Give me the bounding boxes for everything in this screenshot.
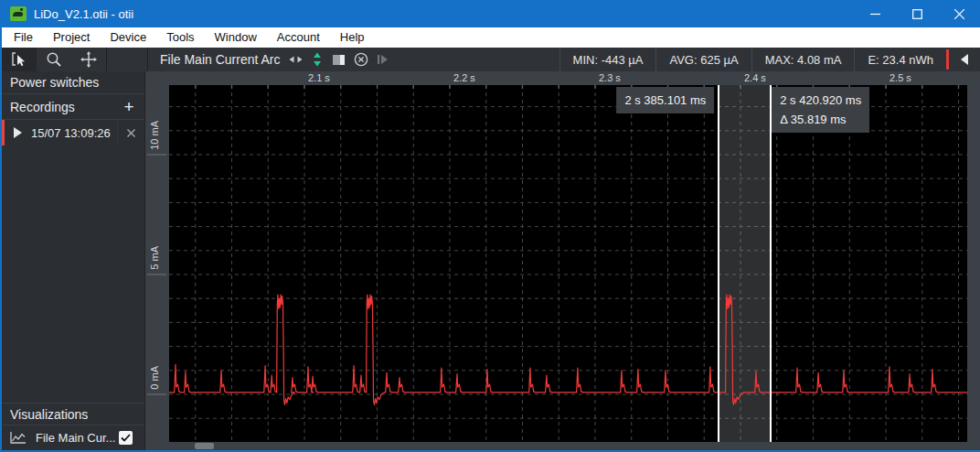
stat-min: MIN: -443 µA [559,48,656,71]
step-playback-icon[interactable] [377,53,389,66]
chart-view-controls [289,48,398,71]
split-view-icon[interactable] [332,54,346,66]
x-axis-tick-label: 2.5 s [889,72,911,83]
recording-color-accent [2,120,5,145]
toolbar: File Main Current Arc MIN: -443 µAAVG: [2,48,980,71]
plot-canvas[interactable] [169,85,967,442]
x-axis-tick-label: 2.3 s [599,72,621,83]
remove-view-icon[interactable] [354,52,368,67]
title-bar: LiDo_V2.1.otii - otii [2,0,980,27]
close-icon [127,129,135,137]
stat-energy: E: 23.4 nWh [854,48,946,71]
menu-item-device[interactable]: Device [100,27,156,48]
collapse-panel-button[interactable] [949,48,980,71]
pan-tool-button[interactable] [71,48,106,71]
x-axis-tick-label: 2.1 s [308,72,330,83]
cursor-delta: Δ 35.819 ms [780,110,861,129]
check-icon [121,434,131,442]
cursor-time: 2 s 420.920 ms [780,91,861,110]
visualization-item[interactable]: File Main Cur... [2,425,144,450]
recordings-header: Recordings + [2,94,144,120]
stat-avg: AVG: 625 µA [655,48,751,71]
y-axis-tick-label: 10 mA [149,121,160,150]
y-axis-tick [147,274,166,275]
x-axis-tick-label: 2.4 s [744,72,766,83]
menu-item-file[interactable]: File [4,27,43,48]
x-axis-tick-label: 2.2 s [453,72,475,83]
cursor-label-1: 2 s 385.101 ms [616,87,714,113]
current-waveform [169,295,967,405]
stats-container: MIN: -443 µAAVG: 625 µAMAX: 4.08 mAE: 23… [559,48,946,71]
visualization-label: File Main Cur... [27,431,119,445]
scrollbar-thumb[interactable] [195,443,214,449]
cursor-label-2: 2 s 420.920 msΔ 35.819 ms [772,87,869,133]
measurement-cursor-2[interactable] [770,85,772,442]
chart-area[interactable]: 2.1 s2.2 s2.3 s2.4 s2.5 s0 mA5 mA10 mA2 … [145,71,980,450]
visualizations-header[interactable]: Visualizations [2,403,144,425]
y-axis-tick [147,154,166,156]
recording-timestamp: 15/07 13:09:26 [22,126,117,140]
horizontal-scrollbar[interactable] [145,442,980,450]
visualization-checkbox[interactable] [119,431,133,445]
menu-bar: FileProjectDeviceToolsWindowAccountHelp [2,27,980,48]
stat-max: MAX: 4.08 mA [751,48,855,71]
menu-item-window[interactable]: Window [205,27,267,48]
maximize-button[interactable] [896,0,938,27]
minimize-button[interactable] [854,0,896,27]
fit-horizontal-icon[interactable] [289,53,303,66]
menu-item-tools[interactable]: Tools [156,27,204,48]
app-logo-icon [10,6,27,21]
fit-vertical-icon[interactable] [311,52,324,67]
window-title: LiDo_V2.1.otii - otii [34,7,854,21]
sidebar-empty-space [2,145,144,403]
recordings-label[interactable]: Recordings [2,100,113,114]
line-chart-icon [9,431,27,445]
app-window: LiDo_V2.1.otii - otii FileProjectDeviceT… [0,0,980,452]
toolbar-spacer [398,48,559,71]
menu-item-help[interactable]: Help [330,27,375,48]
y-axis-tick-label: 0 mA [149,366,160,390]
add-recording-button[interactable]: + [113,94,144,120]
close-button[interactable] [938,0,980,27]
cursor-time: 2 s 385.101 ms [624,91,706,110]
toolbar-gap [107,48,147,71]
remove-recording-button[interactable] [117,120,144,145]
menu-item-account[interactable]: Account [267,27,330,48]
select-tool-button[interactable] [2,48,37,71]
play-recording-icon[interactable] [14,127,22,138]
y-axis-tick [147,393,166,395]
power-switches-header[interactable]: Power switches [2,71,144,94]
zoom-tool-button[interactable] [37,48,71,71]
y-axis-tick-label: 5 mA [149,246,160,270]
menu-item-project[interactable]: Project [43,27,100,48]
recording-item[interactable]: 15/07 13:09:26 [2,120,144,145]
chart-view-title: File Main Current Arc [148,48,289,71]
sidebar: Power switches Recordings + 15/07 13:09:… [2,71,145,450]
measurement-cursor-1[interactable] [718,85,719,442]
